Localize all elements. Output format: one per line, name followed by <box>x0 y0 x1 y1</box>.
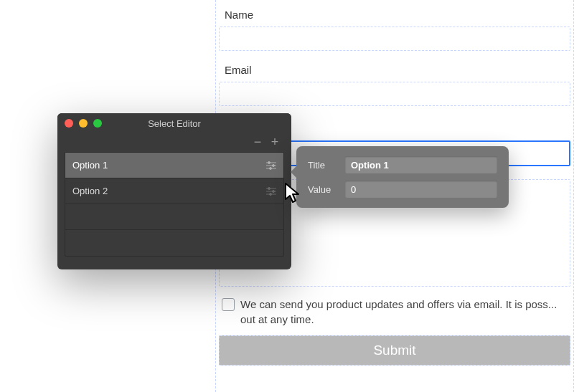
select-editor-window: Select Editor − + Option 1 Option 2 <box>57 113 291 269</box>
svg-point-1 <box>268 161 270 163</box>
popover-value-label: Value <box>308 184 335 195</box>
zoom-window-button[interactable] <box>93 119 102 128</box>
option-label: Option 1 <box>72 160 108 171</box>
consent-text: We can send you product updates and offe… <box>240 297 568 327</box>
consent-checkbox[interactable] <box>222 298 235 311</box>
popover-title-label: Title <box>308 160 335 171</box>
name-input[interactable] <box>219 27 570 51</box>
titlebar[interactable]: Select Editor <box>57 113 291 133</box>
option-row[interactable]: Option 2 <box>65 178 283 204</box>
add-option-button[interactable]: + <box>270 135 280 148</box>
editor-toolbar: − + <box>57 133 291 150</box>
submit-button[interactable]: Submit <box>219 335 570 365</box>
popover-title-input[interactable] <box>345 156 497 173</box>
popover-value-input[interactable] <box>345 181 497 198</box>
traffic-lights <box>65 119 102 128</box>
svg-point-11 <box>270 193 272 195</box>
close-window-button[interactable] <box>65 119 73 128</box>
consent-row: We can send you product updates and offe… <box>222 297 568 327</box>
svg-point-3 <box>273 164 275 166</box>
email-label: Email <box>225 64 573 76</box>
sliders-icon[interactable] <box>266 161 276 170</box>
svg-point-7 <box>268 187 270 189</box>
option-list: Option 1 Option 2 <box>65 152 284 257</box>
option-row[interactable]: Option 1 <box>65 153 283 178</box>
minimize-window-button[interactable] <box>79 119 88 128</box>
option-row-empty <box>65 204 283 230</box>
option-popover: Title Value <box>296 146 509 208</box>
name-label: Name <box>225 9 573 21</box>
remove-option-button[interactable]: − <box>253 135 263 148</box>
svg-point-5 <box>270 167 272 169</box>
option-row-empty <box>65 230 283 256</box>
option-label: Option 2 <box>72 186 108 196</box>
sliders-icon[interactable] <box>266 187 276 196</box>
svg-point-9 <box>273 190 275 192</box>
email-input[interactable] <box>219 82 570 106</box>
